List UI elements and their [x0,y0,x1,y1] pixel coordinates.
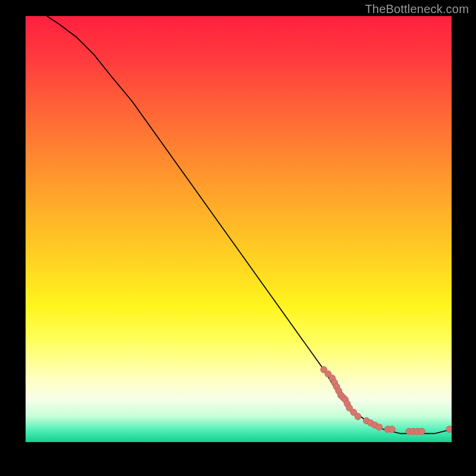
data-point [355,414,361,420]
data-point [418,428,425,435]
data-point [389,426,395,433]
chart-points-layer [26,16,452,442]
watermark-text: TheBottleneck.com [365,2,469,16]
chart-plot-area [26,16,452,442]
data-point [446,426,452,433]
data-point [376,424,383,430]
